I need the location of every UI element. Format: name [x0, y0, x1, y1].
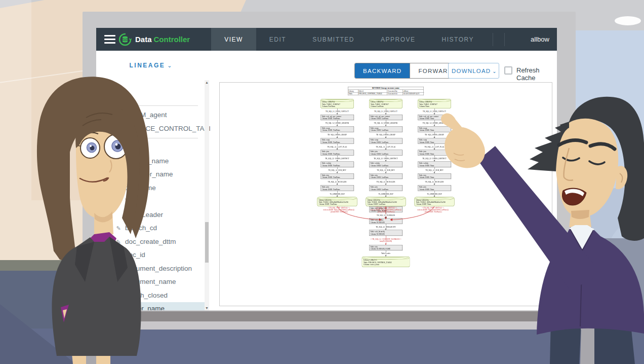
diagram-columns: Library: LIBLEV4Table: TABLE_223887b27Co…: [316, 99, 456, 206]
merge-expression-line: ','||trim(USER_FirstName)): [316, 211, 361, 213]
top-navbar: Data Controller VIEWEDITSUBMITTEDAPPROVE…: [96, 28, 557, 51]
download-label: DOWNLOAD: [452, 68, 491, 74]
diagram-table-node: Table: joinColumn: USER_LastName: [369, 173, 402, 179]
diagram-table-node: Table: usageColumn: USER_FirstName: [320, 126, 354, 132]
node-text-line: Column: HANDLER: [371, 233, 401, 235]
diagram-cylinder-node: Library: LIBLEV4Table: TABLE_1669e48bd98…: [317, 197, 357, 206]
tab-edit[interactable]: EDIT: [256, 28, 299, 51]
diagram-table-node: Table: web_sql_user_contactColumn: USER_…: [320, 115, 354, 120]
woman-illustration: [30, 75, 182, 364]
scrollbar-thumb[interactable]: [205, 222, 209, 263]
diagram-edge: TR_SQL_L2_HIERARCHY: [362, 224, 410, 230]
diagram-table-node: Table: joinColumn: HANDLER_NAME: [369, 245, 402, 250]
diagram-edge: TL_DIMUSER_REP: [316, 191, 358, 197]
diagram-edge: TL_DIMUSER_REP: [365, 191, 407, 197]
diagram-cylinder-node: Library: LIBLEV4Table: TABLE_1669e48bd98…: [366, 197, 406, 206]
diagram-edge-label: TR_SQL_L2_USERS_GROUND: [374, 122, 398, 124]
diagram-header-cell: FINANCE_CONTROL_TABLE: [358, 92, 388, 95]
logo-text-secondary: Controller: [154, 35, 190, 44]
cylinder-text-line: Column: USER_FirstName: [319, 203, 356, 205]
node-text-line: Column: USER_FirstName: [322, 164, 353, 167]
diagram-edge: TR_SQL_L1_HANDLER: [362, 212, 410, 218]
navbar-divider: [504, 33, 505, 46]
scroll-up-icon[interactable]: ▲: [205, 81, 209, 84]
diagram-edge-label: TR_SQL_L2_USERS_GROUND: [325, 122, 349, 124]
node-text-line: Column: HANDLER: [371, 221, 401, 224]
diagram-header-row: TableFINANCE_CONTROL_TABLEGenerated on05…: [348, 92, 424, 95]
diagram-edge-label: TR_SQL_L1_HANDLER: [376, 214, 395, 216]
chevron-down-icon: ⌄: [167, 62, 172, 68]
download-button[interactable]: DOWNLOAD⌄: [448, 63, 499, 79]
diagram-edge: TR_SQL_L1_MANAGER: [365, 179, 407, 185]
node-text-line: Column: USER_FirstName: [322, 188, 353, 191]
node-text-line: Column: USER_FirstName: [322, 117, 353, 120]
diagram-tail: Table: web_distinct_userColumn: USER_NAM…: [362, 206, 410, 267]
diagram-edge: TR_SQL_USERS_GROUP: [365, 132, 407, 138]
merge-expression: <<TR_SQL_USER_DISTVAL>>coalesce(USER_Nam…: [316, 207, 361, 213]
diagram-cylinder-node: Library: LIBLEV5Table: FINANCE_CONTROL_T…: [362, 257, 410, 267]
diagram-edge: <<TR_SQL_L1_CURRENT_HANDLER>>trim(HANDLE…: [362, 236, 410, 245]
navbar-divider: [493, 33, 493, 46]
nav-tabs: VIEWEDITSUBMITTEDAPPROVEHISTORY: [211, 28, 487, 51]
node-text-line: Column: HANDLER_NAME: [371, 247, 401, 250]
diagram-edge: TR_SQL_L1_USER_CONTACT: [365, 108, 407, 115]
node-text-line: Column: USER_LastName: [371, 176, 401, 179]
diagram-edge: TR_SQL_A1_SUB_KEY: [316, 167, 358, 173]
node-text-line: Column: USER_LastName: [371, 141, 401, 143]
diagram-edge-label: TR_SQL_L2_USERS_DISTINCT: [325, 158, 349, 160]
diagram-edge: TR_SQL_A1_LAST_FLAG: [316, 144, 358, 150]
app-logo[interactable]: Data Controller: [115, 28, 197, 51]
node-text-line: Column: USER_LastName: [371, 153, 401, 155]
diagram-edge: TR_SQL_USERS_GROUP: [316, 132, 358, 138]
diagram-edge-label: TR_SQL_L1_USER_CONTACT: [325, 111, 349, 113]
diagram-edge-label: TR_SQL_L2_HIERARCHY: [375, 226, 396, 228]
navbar-right: allbow ⌄: [487, 28, 557, 51]
diagram-edge-label: TR_SQL_A1_LAST_FLAG: [375, 145, 396, 148]
node-text-line: Column: USER_FirstName: [322, 141, 353, 143]
diagram-edge: TR_SQL_L1_MANAGER: [316, 179, 358, 185]
diagram-edge-label: TR_SQL_A1_SUB_KEY: [328, 169, 346, 171]
diagram-edge: TR_SQL_L2_USERS_DISTINCT: [316, 156, 358, 162]
diagram-cylinder-node: Library: LIBLEV4Table: TABLE_223887b27Co…: [320, 99, 354, 108]
node-text-line: Column: USER_FirstName: [322, 176, 353, 179]
sidebar-scrollbar[interactable]: ▲ ▼: [205, 80, 209, 310]
diagram-header-cell: Table: [348, 92, 358, 95]
node-text-line: Column: USER_FirstName: [322, 153, 353, 155]
diagram-edge-label: TR_SQL_L2_USERS_DISTINCT: [373, 158, 398, 160]
diagram-edge-label: TR_SQL_L1_MANAGER: [376, 181, 396, 183]
diagram-edge-label: TR_SQL_L1_MANAGER: [328, 181, 347, 183]
edge-label-line: trim(HANDLER): [370, 240, 401, 242]
diagram-edge: TR_SQL_L1_USER_CONTACT: [316, 108, 358, 115]
user-menu[interactable]: allbow: [531, 35, 549, 43]
tab-submitted[interactable]: SUBMITTED: [299, 28, 368, 51]
refresh-cache-label: Refresh Cache: [516, 66, 557, 82]
diagram-table-node: Table: joinColumn: USER_FirstName: [320, 173, 354, 179]
lineage-dropdown[interactable]: LINEAGE⌄: [96, 62, 205, 69]
node-text-line: Column: USER_FirstName: [322, 129, 353, 132]
man-illustration: [435, 91, 644, 364]
logo-text-primary: Data: [135, 35, 152, 44]
diagram-table-node: Table: joinColumn: USER_FirstName: [320, 185, 354, 191]
menu-icon[interactable]: [96, 28, 115, 51]
tab-view[interactable]: VIEW: [211, 28, 256, 51]
scene: { "colors": { "navbar_bg": "#323e48", "b…: [0, 0, 644, 364]
scroll-down-icon[interactable]: ▼: [205, 306, 209, 310]
diagram-header-cell: 05AUG2020:09:14:21: [403, 92, 424, 95]
refresh-cache-checkbox[interactable]: [504, 66, 512, 75]
diagram-table-node: Table: joinColumn: USER_LastName: [369, 185, 402, 191]
diagram-table-node: Table: wrapColumn: USER_FirstName: [320, 138, 354, 143]
diagram-column: Library: LIBLEV4Table: TABLE_223887b27Co…: [365, 99, 407, 206]
diagram-edge: TR_SQL_L2_USERS_GROUND: [316, 120, 358, 126]
diagram-table-node: Table: webslpColumn: USER_LastName: [369, 162, 402, 167]
diagram-table-node: Table: web_hierarchyColumn: HANDLER: [369, 230, 402, 236]
diagram-edge-label: TL_DIMUSER_REP: [378, 193, 393, 195]
cylinder-text-line: Column: FirstName: [322, 105, 352, 107]
diagram-edge: TR_SQL_A1_LAST_FLAG: [365, 144, 407, 150]
diagram-table-node: Table: webslpColumn: USER_FirstName: [320, 162, 354, 167]
tab-approve[interactable]: APPROVE: [368, 28, 429, 51]
diagram-edge-label: TL_DIMUSER_REP: [329, 193, 345, 195]
node-text-line: Column: USER_LastName: [371, 129, 401, 132]
tab-history[interactable]: HISTORY: [429, 28, 487, 51]
diagram-table-node: Table: joinColumn: USER_FirstName: [320, 150, 354, 156]
backward-button[interactable]: BACKWARD: [355, 63, 410, 78]
